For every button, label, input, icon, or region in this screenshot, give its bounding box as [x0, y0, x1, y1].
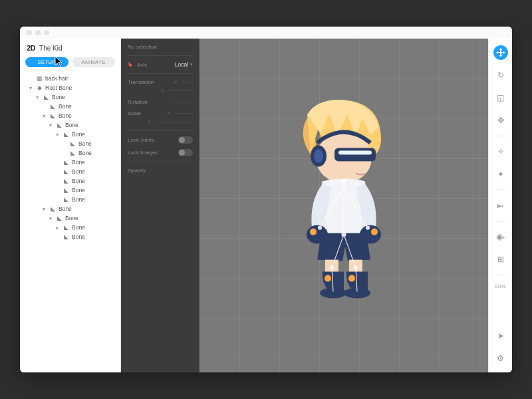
grid-button[interactable]: ⊞ — [493, 252, 508, 267]
bone-tree: ▦back hair▾◆Root Bone▾◣Bone◣Bone▾◣Bone▾◣… — [20, 72, 120, 372]
svg-rect-4 — [338, 151, 372, 155]
visibility-button[interactable]: ◉▾ — [493, 229, 508, 244]
axis-icon: ↳ — [128, 61, 133, 68]
caret-icon: ▾ — [55, 132, 60, 138]
divider — [495, 275, 506, 275]
zoom-level[interactable]: 60% — [495, 283, 505, 289]
caret-icon: ▾ — [48, 122, 53, 128]
tree-node[interactable]: ◣Bone — [23, 176, 120, 186]
tree-node-label: Bone — [72, 159, 85, 166]
tree-node[interactable]: ◣Bone — [23, 139, 120, 148]
divider — [128, 73, 193, 74]
bone-icon: ◣ — [43, 94, 49, 100]
lock-images-row: Lock Images — [128, 149, 193, 156]
app-body: 2D The Kid SETUP ANIMATE ▦back hair▾◆Roo… — [20, 39, 512, 372]
tree-node[interactable]: ▾◣Bone — [23, 130, 120, 139]
svg-point-14 — [348, 275, 355, 282]
tree-node[interactable]: ▾◆Root Bone — [23, 83, 120, 92]
axis-label: Axis — [137, 62, 147, 68]
app-window: 2D The Kid SETUP ANIMATE ▦back hair▾◆Roo… — [20, 27, 512, 372]
caret-icon: ▸ — [55, 225, 60, 231]
close-icon[interactable] — [27, 30, 32, 35]
tree-node[interactable]: ◣Bone — [23, 158, 120, 167]
bone-icon: ◣ — [56, 215, 63, 221]
tree-node-label: Bone — [59, 103, 72, 110]
tree-node[interactable]: ◣Bone — [23, 232, 120, 241]
tree-node[interactable]: ▾◣Bone — [23, 92, 120, 102]
wand-tool-button[interactable]: ✧ — [493, 144, 508, 159]
scale-x-input[interactable] — [175, 113, 193, 114]
scale-tool-button[interactable]: ◱ — [493, 90, 508, 105]
x-label: X — [174, 79, 177, 85]
bone-icon: ◣ — [49, 112, 56, 119]
rotation-input[interactable] — [174, 102, 193, 102]
svg-point-2 — [314, 150, 323, 163]
tree-node[interactable]: ▸◣Bone — [23, 223, 120, 232]
viewport[interactable] — [200, 39, 488, 372]
tree-node[interactable]: ◣Bone — [23, 167, 120, 176]
select-tool-button[interactable]: ▸▾ — [493, 198, 508, 213]
lock-joints-label: Lock Joints — [128, 137, 154, 143]
project-header: 2D The Kid — [20, 39, 120, 57]
rotate-tool-button[interactable]: ↻ — [493, 68, 508, 82]
image-icon: ▦ — [36, 75, 43, 82]
scale-label: Scale — [128, 110, 141, 116]
tree-node[interactable]: ▦back hair — [23, 74, 120, 83]
tree-node-label: Bone — [65, 122, 78, 128]
character-artwork — [271, 95, 417, 308]
svg-point-27 — [354, 266, 358, 269]
divider — [495, 136, 506, 136]
svg-point-26 — [331, 266, 334, 269]
rotation-group: Rotation — [128, 99, 193, 105]
axis-dropdown[interactable]: Local ▾ — [175, 61, 193, 68]
tree-node-label: Bone — [78, 140, 92, 147]
bone-icon: ◣ — [63, 159, 69, 166]
scale-y-input[interactable] — [155, 122, 193, 122]
tree-node-label: Bone — [72, 187, 85, 194]
titlebar — [20, 27, 512, 39]
y-label: Y — [148, 119, 151, 125]
share-button[interactable]: ➤ — [493, 329, 508, 343]
tree-node[interactable]: ◣Bone — [23, 195, 120, 204]
tree-node-label: Bone — [72, 131, 85, 138]
tree-node[interactable]: ◣Bone — [23, 186, 120, 195]
tree-node-label: Bone — [78, 150, 92, 156]
translation-y-input[interactable] — [168, 90, 193, 91]
svg-point-17 — [319, 226, 322, 229]
tree-node[interactable]: ▾◣Bone — [23, 204, 120, 213]
move-tool-button[interactable] — [493, 45, 508, 60]
tree-node-label: Bone — [59, 205, 72, 212]
settings-button[interactable]: ⚙ — [493, 351, 508, 366]
svg-point-24 — [342, 180, 346, 184]
tree-node[interactable]: ◣Bone — [23, 102, 120, 111]
lock-images-toggle[interactable] — [178, 149, 193, 156]
tree-node[interactable]: ◣Bone — [23, 148, 120, 158]
bone-icon: ◣ — [63, 233, 69, 240]
transform-tool-button[interactable]: ✥ — [493, 113, 508, 128]
maximize-icon[interactable] — [44, 30, 49, 35]
svg-point-12 — [325, 275, 331, 282]
bone-icon: ◣ — [49, 103, 56, 110]
tree-node-label: Bone — [72, 196, 85, 203]
divider — [495, 221, 506, 221]
bone-icon: ◣ — [69, 140, 76, 147]
tab-animate[interactable]: ANIMATE — [72, 57, 116, 67]
translation-group: TranslationX Y — [128, 79, 193, 94]
tree-node[interactable]: ▾◣Bone — [23, 213, 120, 223]
minimize-icon[interactable] — [35, 30, 41, 35]
sparkle-tool-button[interactable]: ✦ — [493, 167, 508, 182]
tree-node-label: Bone — [72, 178, 85, 184]
divider — [128, 130, 193, 131]
tab-setup[interactable]: SETUP — [25, 57, 68, 67]
lock-joints-toggle[interactable] — [178, 136, 193, 144]
divider — [495, 190, 506, 190]
tree-node[interactable]: ▾◣Bone — [23, 111, 120, 120]
axis-value: Local — [175, 61, 188, 68]
tree-node-label: Bone — [65, 215, 78, 221]
tree-node[interactable]: ▾◣Bone — [23, 120, 120, 130]
translation-x-input[interactable] — [181, 82, 193, 82]
divider — [128, 55, 193, 56]
bone-icon: ◣ — [63, 187, 69, 194]
lock-joints-row: Lock Joints — [128, 136, 193, 144]
translation-label: Translation — [128, 79, 154, 85]
